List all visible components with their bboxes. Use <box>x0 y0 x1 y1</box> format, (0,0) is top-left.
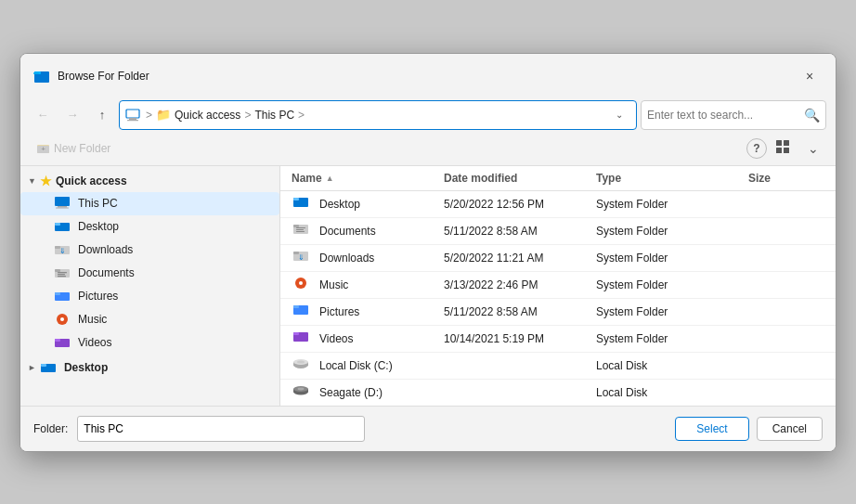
search-input[interactable] <box>647 109 800 122</box>
file-row-seagate-d[interactable]: Seagate (D:) Local Disk <box>280 380 836 406</box>
file-type-documents: System Folder <box>596 225 748 238</box>
sidebar-section-desktop-header[interactable]: ► Desktop <box>20 356 279 380</box>
footer: Folder: Select Cancel <box>20 406 836 451</box>
view-more-button[interactable]: ⌄ <box>800 136 826 162</box>
svg-rect-49 <box>293 332 299 335</box>
file-name-pictures: Pictures <box>292 304 444 320</box>
file-date-pictures: 5/11/2022 8:58 AM <box>444 305 596 318</box>
file-row-music[interactable]: Music 3/13/2022 2:46 PM System Folder <box>280 272 836 299</box>
column-date[interactable]: Date modified <box>444 172 596 185</box>
up-button[interactable]: ↑ <box>89 102 115 128</box>
file-list: Name ▲ Date modified Type Size <box>280 166 836 406</box>
sidebar-item-pictures[interactable]: Pictures <box>20 285 279 308</box>
select-button[interactable]: Select <box>675 417 748 441</box>
sidebar-item-desktop[interactable]: Desktop <box>20 215 279 239</box>
svg-point-53 <box>297 360 305 363</box>
file-name-desktop: Desktop <box>292 196 444 213</box>
svg-point-57 <box>298 387 305 390</box>
svg-point-29 <box>60 317 64 321</box>
back-button[interactable]: ← <box>30 102 56 128</box>
file-row-pictures[interactable]: Pictures 5/11/2022 8:58 AM System Folder <box>280 299 836 326</box>
sidebar-this-pc-label: This PC <box>78 197 118 210</box>
address-bar[interactable]: > 📁 Quick access > This PC > ⌄ <box>119 100 637 130</box>
svg-rect-2 <box>33 72 39 74</box>
sidebar-item-videos[interactable]: Videos <box>20 331 279 355</box>
svg-rect-14 <box>58 206 67 208</box>
file-row-downloads[interactable]: ⇓ Downloads 5/20/2022 11:21 AM System Fo… <box>280 245 836 272</box>
svg-rect-24 <box>58 274 65 275</box>
file-type-videos: System Folder <box>596 332 748 345</box>
svg-rect-13 <box>55 197 70 206</box>
close-button[interactable]: × <box>797 63 823 89</box>
svg-rect-3 <box>126 110 139 118</box>
main-content: ▼ ★ Quick access This PC <box>20 166 836 406</box>
column-name[interactable]: Name ▲ <box>292 172 444 185</box>
sidebar-item-downloads[interactable]: ⇓ Downloads <box>20 239 279 262</box>
view-button[interactable] <box>771 136 797 162</box>
file-type-seagate-d: Local Disk <box>596 386 748 399</box>
svg-rect-33 <box>41 364 46 367</box>
sidebar-item-this-pc[interactable]: This PC <box>20 192 279 215</box>
toolbar-row: + New Folder ? ⌄ <box>20 134 836 166</box>
file-name-videos: Videos <box>292 330 444 347</box>
new-folder-button[interactable]: + New Folder <box>30 139 118 158</box>
crumb-thispc: This PC <box>254 109 294 122</box>
sidebar-item-documents[interactable]: Documents <box>20 262 279 285</box>
file-name-documents: Documents <box>292 223 444 239</box>
footer-buttons: Select Cancel <box>675 417 823 441</box>
disk-c-icon <box>292 357 310 374</box>
svg-rect-40 <box>296 231 305 232</box>
svg-rect-38 <box>296 227 305 228</box>
address-dropdown-button[interactable]: ⌄ <box>608 103 630 127</box>
view-icon <box>776 140 791 156</box>
file-list-header: Name ▲ Date modified Type Size <box>280 166 836 191</box>
file-type-pictures: System Folder <box>596 305 748 318</box>
chevron-down-icon: ▼ <box>28 176 36 186</box>
file-date-videos: 10/14/2021 5:19 PM <box>444 332 596 345</box>
column-type[interactable]: Type <box>596 172 748 185</box>
sidebar: ▼ ★ Quick access This PC <box>20 166 280 406</box>
file-row-documents[interactable]: Documents 5/11/2022 8:58 AM System Folde… <box>280 218 836 245</box>
sidebar-section-desktop: ► Desktop <box>20 356 279 380</box>
dialog-icon <box>33 68 50 84</box>
pictures-folder-icon <box>54 289 71 304</box>
svg-rect-4 <box>129 118 136 120</box>
sidebar-section-quickaccess-header[interactable]: ▼ ★ Quick access <box>20 170 279 192</box>
file-name-music: Music <box>292 277 444 293</box>
videos-file-icon <box>292 330 310 347</box>
file-type-desktop: System Folder <box>596 198 748 211</box>
svg-rect-25 <box>58 276 66 277</box>
downloads-folder-icon: ⇓ <box>54 242 71 258</box>
help-button[interactable]: ? <box>746 138 767 159</box>
cancel-button[interactable]: Cancel <box>757 417 823 441</box>
svg-rect-22 <box>55 269 60 272</box>
svg-rect-17 <box>55 223 60 226</box>
sidebar-section-quickaccess: ▼ ★ Quick access This PC <box>20 170 279 355</box>
dialog-title: Browse For Folder <box>58 70 797 83</box>
file-date-music: 3/13/2022 2:46 PM <box>444 278 596 291</box>
forward-button[interactable]: → <box>59 102 85 128</box>
folder-label: Folder: <box>33 422 68 435</box>
chevron-right-icon: ► <box>28 363 36 372</box>
documents-file-icon <box>292 223 310 239</box>
folder-input[interactable] <box>77 416 365 442</box>
videos-folder-icon <box>54 335 71 351</box>
file-type-downloads: System Folder <box>596 252 748 265</box>
sidebar-item-music[interactable]: Music <box>20 308 279 331</box>
file-date-documents: 5/11/2022 8:58 AM <box>444 225 596 238</box>
file-name-downloads: ⇓ Downloads <box>292 250 444 266</box>
file-row-videos[interactable]: Videos 10/14/2021 5:19 PM System Folder <box>280 326 836 353</box>
svg-rect-39 <box>296 229 304 230</box>
help-icon: ? <box>753 142 759 155</box>
documents-folder-icon <box>54 265 71 281</box>
svg-rect-37 <box>293 225 299 227</box>
chevron-down-icon: ⌄ <box>808 141 819 156</box>
file-name-seagate-d: Seagate (D:) <box>292 384 444 401</box>
star-icon: ★ <box>40 174 52 188</box>
svg-text:⇓: ⇓ <box>59 247 66 255</box>
search-box[interactable]: 🔍 <box>641 100 826 130</box>
file-row-local-disk-c[interactable]: Local Disk (C:) Local Disk <box>280 353 836 380</box>
column-size[interactable]: Size <box>748 172 824 185</box>
file-row-desktop[interactable]: Desktop 5/20/2022 12:56 PM System Folder <box>280 191 836 218</box>
sidebar-downloads-label: Downloads <box>78 243 133 256</box>
